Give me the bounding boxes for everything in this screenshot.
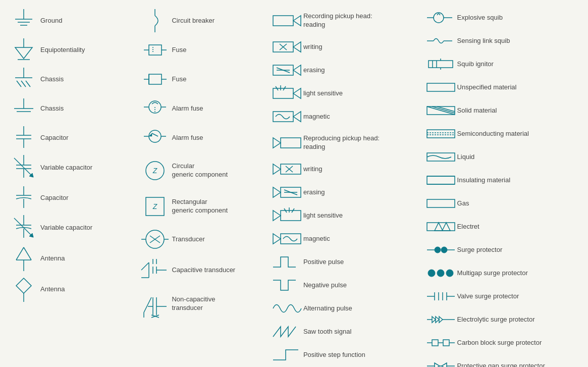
unspecified-material-row: Unspecified material (424, 77, 580, 97)
circuit-breaker-label: Circuit breaker (172, 17, 265, 25)
saw-tooth-label: Saw tooth signal (303, 328, 419, 336)
recording-erasing-label: erasing (303, 66, 419, 75)
transducer-row: Transducer (139, 226, 265, 253)
non-capacitive-transducer-row: Non-capacitive transducer (139, 287, 265, 320)
svg-marker-167 (435, 363, 440, 367)
recording-erasing-icon (271, 61, 303, 80)
semiconducting-material-row: Semiconducting material (424, 124, 580, 144)
electrolytic-surge-row: Electrolytic surge protector (424, 309, 580, 330)
recording-light-label: light sensitive (303, 89, 419, 98)
positive-pulse-icon (271, 252, 303, 272)
liquid-label: Liquid (457, 153, 580, 162)
antenna1-row: Antenna (8, 245, 134, 273)
svg-point-148 (437, 270, 444, 277)
recording-reading-row: Recording pickup head:reading (271, 8, 419, 34)
alarm-fuse1-icon (139, 96, 172, 121)
svg-marker-38 (16, 278, 31, 293)
alarm-fuse1-row: Alarm fuse (139, 95, 265, 122)
transducer-label: Transducer (172, 235, 265, 244)
chassis1-icon (8, 67, 40, 92)
circular-generic-icon: Z (139, 155, 172, 186)
svg-rect-132 (427, 130, 455, 138)
electrolytic-surge-label: Electrolytic surge protector (457, 316, 580, 324)
svg-marker-141 (435, 223, 443, 231)
recording-reading-icon (271, 11, 303, 31)
explosive-squib-label: Explosive squib (457, 14, 580, 22)
variable-capacitor1-icon (8, 154, 40, 182)
svg-rect-42 (149, 45, 162, 55)
reproducing-reading-icon (271, 133, 303, 153)
recording-light-icon (271, 84, 303, 103)
recording-magnetic-row: magnetic (271, 107, 419, 127)
reproducing-light-label: light sensitive (303, 212, 419, 220)
alarm-fuse1-label: Alarm fuse (172, 104, 265, 113)
column-1: Ground Equipotentiality (5, 5, 136, 362)
equipotentiality-icon (8, 37, 40, 63)
fuse1-label: Fuse (172, 46, 265, 55)
protective-gap-surge-icon (424, 358, 457, 367)
sensing-link-squib-label: Sensing link squib (457, 37, 580, 45)
explosive-squib-icon (424, 8, 457, 27)
positive-step-label: Positive step function (303, 351, 419, 359)
sensing-link-squib-icon (424, 31, 457, 50)
reproducing-magnetic-icon (271, 229, 303, 248)
liquid-icon (424, 149, 457, 165)
svg-rect-139 (427, 199, 455, 207)
carbon-block-surge-icon (424, 335, 457, 351)
svg-point-145 (441, 247, 447, 253)
gas-row: Gas (424, 193, 580, 214)
svg-marker-84 (293, 16, 301, 26)
capacitive-transducer-label: Capacitive transducer (172, 266, 265, 275)
equipotentiality-row: Equipotentiality (8, 37, 134, 63)
svg-line-34 (16, 247, 24, 260)
antenna1-icon (8, 245, 40, 273)
chassis2-label: Chassis (40, 104, 134, 113)
main-page: Ground Equipotentiality (0, 0, 588, 367)
ground-row: Ground (8, 8, 134, 34)
electret-label: Electret (457, 223, 580, 231)
svg-line-35 (24, 247, 31, 260)
ground-label: Ground (40, 17, 134, 25)
carbon-block-surge-label: Carbon block surge protector (457, 339, 580, 347)
variable-capacitor1-row: Variable capacitor (8, 154, 134, 182)
svg-line-67 (141, 263, 149, 270)
recording-writing-label: writing (303, 43, 419, 51)
svg-marker-101 (273, 138, 281, 148)
svg-rect-100 (281, 138, 301, 148)
valve-surge-icon (424, 288, 457, 304)
unspecified-material-icon (424, 79, 457, 95)
svg-marker-107 (273, 187, 281, 197)
svg-rect-162 (432, 340, 438, 346)
fuse2-icon (139, 68, 172, 91)
reproducing-magnetic-row: magnetic (271, 229, 419, 249)
protective-gap-surge-label: Protective gap surge protector (457, 362, 580, 367)
svg-rect-115 (281, 234, 301, 244)
multigap-surge-row: Multigap surge protector (424, 263, 580, 283)
carbon-block-surge-row: Carbon block surge protector (424, 333, 580, 353)
recording-magnetic-label: magnetic (303, 113, 419, 121)
surge-protector-icon (424, 242, 457, 258)
svg-marker-103 (273, 164, 281, 174)
capacitive-transducer-icon (139, 256, 172, 284)
capacitor2-label: Capacitor (40, 194, 134, 202)
svg-marker-111 (273, 211, 281, 221)
alternating-pulse-row: Alternating pulse (271, 298, 419, 319)
rectangular-generic-icon: Z (139, 191, 172, 222)
antenna2-row: Antenna (8, 276, 134, 303)
column-4: Explosive squib Sensing link squib (422, 5, 583, 362)
svg-point-144 (435, 247, 441, 253)
svg-rect-122 (429, 61, 453, 68)
svg-line-130 (432, 107, 455, 113)
svg-rect-164 (443, 340, 449, 346)
solid-material-label: Solid material (457, 107, 580, 115)
recording-writing-icon (271, 37, 303, 57)
svg-marker-94 (293, 88, 301, 98)
valve-surge-label: Valve surge protector (457, 292, 580, 301)
svg-point-147 (428, 270, 435, 277)
capacitor1-icon (8, 125, 40, 150)
svg-marker-86 (293, 42, 301, 52)
variable-capacitor2-icon (8, 214, 40, 242)
gas-label: Gas (457, 199, 580, 208)
unspecified-material-label: Unspecified material (457, 83, 580, 92)
alternating-pulse-label: Alternating pulse (303, 304, 419, 313)
